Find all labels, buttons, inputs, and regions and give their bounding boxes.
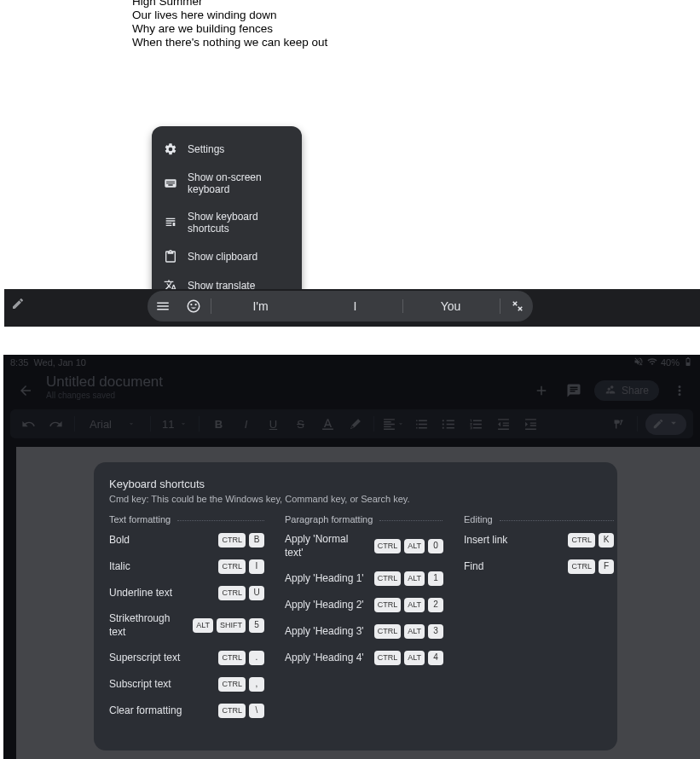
key: ALT [404, 539, 425, 553]
keyboard-settings-popup: Settings Show on-screen keyboard Show ke… [152, 126, 302, 309]
shortcut-row-italic: Italic CTRL I [109, 559, 264, 574]
doc-line: High Summer [132, 0, 327, 9]
key: ALT [404, 571, 425, 586]
popup-label: Settings [188, 143, 224, 155]
pill-divider [211, 298, 211, 314]
text-formatting-section: Text formatting Bold CTRL B Italic CTRL … [109, 514, 264, 730]
shortcut-row-bold: Bold CTRL B [109, 533, 264, 548]
key: CTRL [218, 651, 246, 665]
key: CTRL [218, 586, 246, 600]
popup-item-keyboard-shortcuts[interactable]: Show keyboard shortcuts [152, 203, 302, 242]
shortcut-row-strikethrough: Strikethrough text ALT SHIFT 5 [109, 612, 264, 639]
key: CTRL [218, 704, 246, 718]
popup-item-clipboard[interactable]: Show clipboard [152, 242, 302, 271]
key: CTRL [218, 533, 246, 548]
key: CTRL [374, 651, 402, 665]
shortcut-row-find: Find CTRL F [464, 559, 614, 574]
shortcut-list-icon [164, 216, 177, 229]
suggestion-pill: I'm I You [148, 291, 533, 322]
section-heading: Paragraph formatting [285, 514, 443, 524]
key: ALT [404, 598, 425, 612]
key: CTRL [374, 539, 402, 553]
suggestion-2[interactable]: I [308, 299, 403, 313]
key: 4 [428, 651, 443, 665]
key: F [599, 559, 614, 574]
key: 1 [428, 571, 443, 586]
keyboard-icon [164, 177, 177, 190]
modal-subtitle: Cmd key: This could be the Windows key, … [109, 494, 602, 504]
modal-title: Keyboard shortcuts [109, 478, 602, 490]
popup-label: Show clipboard [188, 251, 257, 263]
shortcut-row-heading1: Apply 'Heading 1' CTRL ALT 1 [285, 571, 443, 586]
clipboard-icon [164, 250, 177, 264]
key: CTRL [568, 559, 595, 574]
gear-icon [164, 142, 177, 156]
doc-line: When there's nothing we can keep out [132, 36, 327, 49]
shortcut-row-heading2: Apply 'Heading 2' CTRL ALT 2 [285, 598, 443, 612]
shortcut-row-insert-link: Insert link CTRL K [464, 533, 614, 548]
popup-item-settings[interactable]: Settings [152, 135, 302, 164]
editing-section: Editing Insert link CTRL K Find CTRL F [464, 514, 614, 730]
shortcut-row-normal-text: Apply 'Normal text' CTRL ALT 0 [285, 533, 443, 559]
suggestion-3[interactable]: You [403, 299, 498, 313]
collapse-keyboard-button[interactable] [502, 291, 533, 322]
document-body: High Summer Our lives here winding down … [132, 0, 327, 49]
screenshot-top: High Summer Our lives here winding down … [4, 0, 700, 327]
key: , [249, 677, 264, 692]
key: U [249, 586, 264, 600]
shortcut-row-heading4: Apply 'Heading 4' CTRL ALT 4 [285, 651, 443, 665]
popup-label: Show on-screen keyboard [188, 171, 290, 195]
key: 3 [428, 624, 443, 639]
key: ALT [193, 618, 213, 633]
suggestion-1[interactable]: I'm [213, 299, 308, 313]
key: CTRL [218, 677, 246, 692]
shortcut-row-subscript: Subscript text CTRL , [109, 677, 264, 692]
shortcut-row-underline: Underline text CTRL U [109, 586, 264, 600]
key: CTRL [218, 559, 246, 574]
key: ALT [404, 651, 425, 665]
key: SHIFT [217, 618, 246, 633]
key: 0 [428, 539, 443, 553]
section-heading: Text formatting [109, 514, 264, 524]
emoji-button[interactable] [178, 291, 209, 322]
shortcut-row-superscript: Superscript text CTRL . [109, 651, 264, 665]
doc-line: Our lives here winding down [132, 9, 327, 22]
key: I [249, 559, 264, 574]
popup-label: Show keyboard shortcuts [188, 211, 290, 235]
shortcut-row-heading3: Apply 'Heading 3' CTRL ALT 3 [285, 624, 443, 639]
doc-line: Why are we building fences [132, 22, 327, 36]
key: ALT [404, 624, 425, 639]
shortcut-row-clear-formatting: Clear formatting CTRL \ [109, 704, 264, 718]
key: 2 [428, 598, 443, 612]
keyboard-suggestion-bar: I'm I You [4, 289, 700, 327]
key: CTRL [568, 533, 595, 548]
key: B [249, 533, 264, 548]
pill-divider [500, 298, 500, 314]
key: CTRL [374, 624, 402, 639]
key: . [249, 651, 264, 665]
key: K [599, 533, 614, 548]
key: CTRL [374, 571, 402, 586]
popup-item-onscreen-keyboard[interactable]: Show on-screen keyboard [152, 164, 302, 203]
paragraph-formatting-section: Paragraph formatting Apply 'Normal text'… [285, 514, 443, 730]
edit-button[interactable] [6, 292, 30, 316]
section-heading: Editing [464, 514, 614, 524]
key: \ [249, 704, 264, 718]
key: 5 [249, 618, 264, 633]
screenshot-bottom: 8:35 Wed, Jan 10 40% Untitled document A [3, 355, 700, 759]
keyboard-shortcuts-modal: Keyboard shortcuts Cmd key: This could b… [94, 462, 617, 750]
key: CTRL [374, 598, 402, 612]
keyboard-menu-button[interactable] [148, 291, 178, 322]
